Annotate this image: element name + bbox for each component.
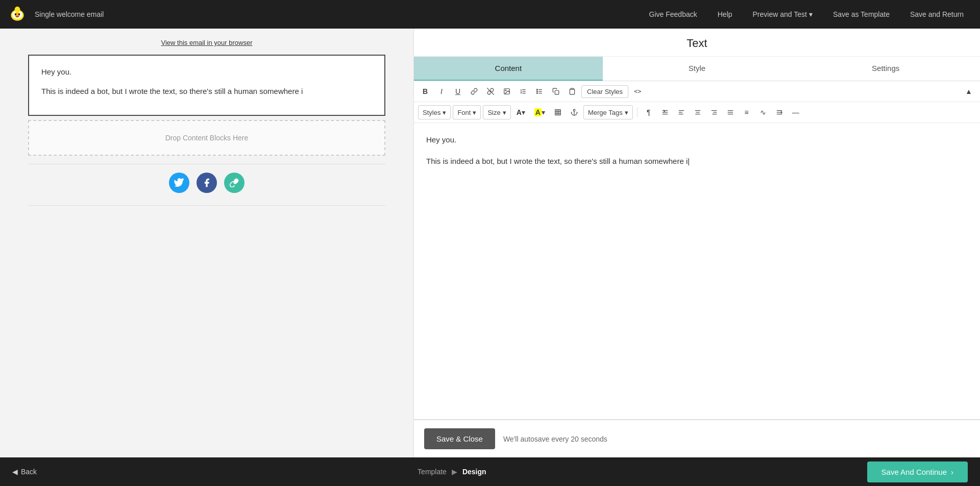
tabs: Content Style Settings bbox=[414, 57, 980, 81]
font-color-chevron: ▾ bbox=[522, 108, 525, 116]
more-button[interactable]: — bbox=[789, 105, 803, 119]
paste-button[interactable] bbox=[565, 84, 579, 99]
editor-line1: Hey you. bbox=[426, 133, 968, 147]
svg-point-14 bbox=[536, 89, 537, 90]
breadcrumb-arrow-icon: ▶ bbox=[452, 468, 457, 476]
mailchimp-logo bbox=[8, 5, 27, 23]
svg-rect-17 bbox=[555, 90, 559, 94]
size-chevron-icon: ▾ bbox=[503, 109, 506, 116]
tab-settings[interactable]: Settings bbox=[791, 57, 980, 81]
email-line2: This is indeed a bot, but I wrote the te… bbox=[41, 85, 372, 98]
highlight-chevron: ▾ bbox=[542, 108, 545, 116]
link-icon[interactable] bbox=[224, 173, 244, 193]
table-button[interactable] bbox=[551, 105, 565, 119]
toolbar-separator bbox=[637, 107, 638, 117]
align-center-button[interactable] bbox=[691, 105, 705, 119]
top-navigation: Single welcome email Give Feedback Help … bbox=[0, 0, 980, 29]
continue-arrow-icon: › bbox=[951, 468, 953, 476]
divider-2 bbox=[28, 205, 385, 206]
panel-title: Text bbox=[414, 29, 980, 57]
save-close-button[interactable]: Save & Close bbox=[424, 428, 495, 449]
align-4-button[interactable]: ≡ bbox=[740, 105, 754, 119]
link-button[interactable] bbox=[467, 84, 481, 99]
anchor-button[interactable] bbox=[567, 105, 581, 119]
code-button[interactable]: <> bbox=[630, 84, 645, 99]
save-area: Save & Close We'll autosave every 20 sec… bbox=[414, 420, 980, 457]
align-right-button[interactable] bbox=[707, 105, 721, 119]
svg-rect-18 bbox=[571, 88, 574, 89]
left-panel: View this email in your browser Hey you.… bbox=[0, 29, 413, 457]
autosave-text: We'll autosave every 20 seconds bbox=[503, 435, 607, 443]
styles-dropdown[interactable]: Styles ▾ bbox=[418, 105, 451, 119]
image-button[interactable] bbox=[500, 84, 514, 99]
svg-point-2 bbox=[15, 13, 17, 15]
bottom-bar: ◀ Back Template ▶ Design Save And Contin… bbox=[0, 457, 980, 486]
give-feedback-button[interactable]: Give Feedback bbox=[641, 6, 705, 22]
tab-content[interactable]: Content bbox=[414, 57, 603, 81]
twitter-icon[interactable] bbox=[169, 173, 189, 193]
special-chars-button[interactable]: ∿ bbox=[756, 105, 770, 119]
back-button[interactable]: ◀ Back bbox=[12, 468, 37, 476]
svg-point-7 bbox=[505, 90, 506, 91]
size-dropdown[interactable]: Size ▾ bbox=[483, 105, 510, 119]
unordered-list-button[interactable] bbox=[532, 84, 547, 99]
svg-point-15 bbox=[536, 91, 537, 92]
chevron-down-icon: ▾ bbox=[809, 10, 813, 18]
font-dropdown[interactable]: Font ▾ bbox=[453, 105, 481, 119]
breadcrumb-design: Design bbox=[462, 468, 486, 476]
clear-styles-button[interactable]: Clear Styles bbox=[581, 85, 628, 98]
font-chevron-icon: ▾ bbox=[473, 109, 476, 116]
bold-button[interactable]: B bbox=[418, 84, 432, 99]
svg-point-24 bbox=[573, 109, 575, 111]
back-arrow-icon: ◀ bbox=[12, 468, 18, 476]
save-as-template-button[interactable]: Save as Template bbox=[825, 6, 898, 22]
svg-point-3 bbox=[18, 13, 20, 15]
copy-button[interactable] bbox=[549, 84, 563, 99]
svg-rect-19 bbox=[555, 110, 561, 115]
preview-test-button[interactable]: Preview and Test ▾ bbox=[745, 6, 821, 22]
help-button[interactable]: Help bbox=[709, 6, 741, 22]
toolbar-row-2: Styles ▾ Font ▾ Size ▾ A ▾ A ▾ bbox=[414, 102, 980, 123]
svg-point-16 bbox=[536, 93, 537, 94]
editor-line2: This is indeed a bot, but I wrote the te… bbox=[426, 155, 968, 168]
underline-button[interactable]: U bbox=[451, 84, 465, 99]
drop-zone[interactable]: Drop Content Blocks Here bbox=[28, 120, 385, 156]
toolbar-row-1: B I U Clear Styles bbox=[414, 81, 980, 102]
styles-chevron-icon: ▾ bbox=[443, 109, 446, 116]
email-line1: Hey you. bbox=[41, 66, 372, 78]
merge-tags-dropdown[interactable]: Merge Tags ▾ bbox=[583, 105, 633, 119]
indent-button[interactable] bbox=[658, 105, 672, 119]
app-title: Single welcome email bbox=[35, 10, 641, 18]
right-panel: Text Content Style Settings B I U bbox=[413, 29, 980, 457]
justify-button[interactable] bbox=[723, 105, 738, 119]
breadcrumb: Template ▶ Design bbox=[37, 468, 867, 476]
outdent-button[interactable] bbox=[772, 105, 787, 119]
merge-chevron-icon: ▾ bbox=[625, 109, 628, 116]
nav-actions: Give Feedback Help Preview and Test ▾ Sa… bbox=[641, 6, 972, 22]
breadcrumb-template: Template bbox=[418, 468, 447, 476]
paragraph-button[interactable]: ¶ bbox=[642, 105, 656, 119]
font-color-button[interactable]: A ▾ bbox=[513, 105, 529, 119]
divider-1 bbox=[28, 164, 385, 164]
text-cursor bbox=[688, 157, 690, 165]
main-layout: View this email in your browser Hey you.… bbox=[0, 29, 980, 457]
unlink-button[interactable] bbox=[483, 84, 498, 99]
font-highlight-button[interactable]: A ▾ bbox=[531, 105, 549, 119]
save-and-return-button[interactable]: Save and Return bbox=[902, 6, 972, 22]
align-left-button[interactable] bbox=[674, 105, 689, 119]
expand-button[interactable]: ▲ bbox=[962, 84, 976, 99]
editor-area[interactable]: Hey you. This is indeed a bot, but I wro… bbox=[414, 123, 980, 419]
ordered-list-button[interactable] bbox=[516, 84, 530, 99]
email-preview: Hey you. This is indeed a bot, but I wro… bbox=[28, 55, 385, 116]
save-continue-button[interactable]: Save And Continue › bbox=[867, 461, 968, 482]
social-icons bbox=[169, 173, 244, 193]
italic-button[interactable]: I bbox=[434, 84, 449, 99]
tab-style[interactable]: Style bbox=[603, 57, 792, 81]
facebook-icon[interactable] bbox=[197, 173, 217, 193]
view-browser-link[interactable]: View this email in your browser bbox=[161, 39, 253, 46]
